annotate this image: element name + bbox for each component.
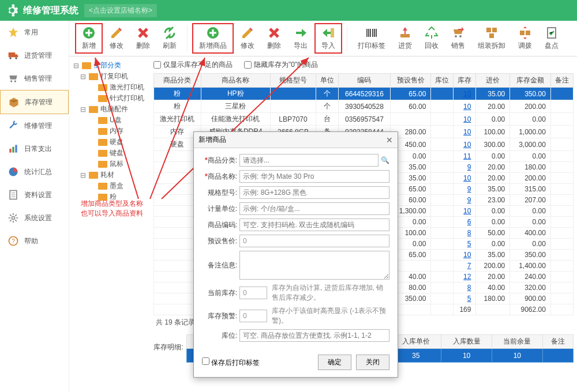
table-row[interactable]: 激光打印机佳能激光打印机LBP7070台0356957547100.000.00 (154, 113, 574, 126)
stockin-button[interactable]: 进货 (392, 23, 418, 54)
shop-name-button[interactable]: <点击设置店铺名称> (84, 4, 157, 17)
sidebar-item-common[interactable]: 常用 (0, 21, 69, 44)
tree-node[interactable]: ⊟耗材 (73, 169, 147, 180)
spec-field[interactable] (239, 186, 389, 199)
sidebar-item-settings[interactable]: 系统设置 (0, 206, 69, 229)
tree-node[interactable]: 硬盘 (73, 137, 147, 148)
sidebar-item-sales[interactable]: 销售管理 (0, 67, 69, 90)
tree-node[interactable]: ⊟电脑配件 (73, 104, 147, 115)
sidebar-item-data[interactable]: 资料设置 (0, 183, 69, 206)
check-button[interactable]: 盘点 (539, 23, 564, 54)
price-field[interactable] (239, 235, 389, 247)
add-product-button[interactable]: 新增商品 (192, 23, 234, 54)
stock-link[interactable]: 10 (463, 251, 471, 259)
stock-link[interactable]: 11 (463, 152, 471, 160)
transfer-button[interactable]: 调拨 (512, 23, 538, 54)
collapse-icon[interactable]: ⊟ (80, 73, 87, 81)
stock-link[interactable]: 10 (463, 115, 471, 123)
close-icon[interactable]: ✕ (386, 135, 393, 145)
col-header[interactable]: 单位 (316, 74, 339, 88)
stock-link[interactable]: 7 (467, 262, 471, 270)
tree-node[interactable]: 墨盒 (73, 180, 147, 191)
filter-lowstock[interactable]: 仅显示库存不足的商品 (153, 60, 233, 70)
search-icon[interactable]: 🔍 (381, 156, 389, 164)
col-header[interactable]: 商品分类 (154, 74, 201, 88)
stock-link[interactable]: 9 (467, 163, 471, 171)
svg-rect-5 (12, 147, 14, 153)
stock-link[interactable]: 10 (463, 103, 471, 111)
stock-link[interactable]: 6 (467, 218, 471, 226)
cancel-button[interactable]: 关闭 (356, 355, 389, 370)
stock-link[interactable]: 8 (467, 229, 471, 237)
sale-button[interactable]: 销售 (445, 23, 471, 54)
shelf-in-icon (398, 26, 412, 40)
name-field[interactable] (239, 170, 389, 183)
col-header[interactable]: 预设售价 (390, 74, 431, 88)
export-button[interactable]: 导出 (288, 23, 313, 54)
tree-node[interactable]: ⊟打复印机 (73, 71, 147, 82)
tree-node[interactable]: 激光打印机 (73, 82, 147, 93)
import-button[interactable]: 导入 (314, 23, 342, 54)
ok-button[interactable]: 确定 (318, 355, 351, 370)
tree-node[interactable]: 键盘 (73, 148, 147, 159)
add-category-button[interactable]: 新增 (75, 23, 103, 54)
stock-link[interactable]: 10 (463, 207, 471, 215)
stock-link[interactable]: 10 (463, 128, 471, 136)
col-header[interactable]: 库存 (454, 74, 476, 88)
sidebar-item-help[interactable]: ?帮助 (0, 229, 69, 252)
stock-link[interactable]: 10 (463, 90, 471, 98)
collapse-icon[interactable]: ⊟ (80, 171, 87, 179)
sidebar-item-repair[interactable]: 维修管理 (0, 114, 69, 137)
collapse-icon[interactable]: ⊟ (73, 62, 80, 70)
collapse-icon[interactable]: ⊟ (80, 105, 87, 114)
chart-icon (7, 143, 20, 154)
tree-root[interactable]: ⊟全部分类 (73, 60, 147, 71)
assemble-button[interactable]: 组装拆卸 (472, 23, 511, 54)
tree-node[interactable]: 内存 (73, 126, 147, 137)
svg-rect-4 (9, 149, 11, 153)
stock-link[interactable]: 9 (467, 185, 471, 193)
col-header[interactable]: 进价 (476, 74, 510, 88)
sidebar-item-stats[interactable]: 统计汇总 (0, 160, 69, 183)
stock-link[interactable]: 12 (463, 273, 471, 281)
col-header[interactable]: 编码 (339, 74, 391, 88)
code-field[interactable] (239, 218, 389, 231)
sidebar-item-purchase[interactable]: 进货管理 (0, 44, 69, 67)
tree-node[interactable]: 针式打印机 (73, 93, 147, 104)
recycle-button[interactable]: 回收 (419, 23, 444, 54)
col-header[interactable]: 备注 (550, 74, 573, 88)
save-print-checkbox[interactable]: 保存后打印标签 (202, 357, 260, 368)
stock-link[interactable]: 9 (467, 196, 471, 204)
sidebar-item-expense[interactable]: 日常支出 (0, 137, 69, 160)
table-row[interactable]: 粉三星粉个393054052860.001020.00200.00 (154, 100, 574, 113)
pie-icon (7, 166, 20, 178)
print-label-button[interactable]: 打印标签 (352, 23, 391, 54)
memo-field[interactable] (239, 251, 389, 280)
unit-field[interactable] (239, 202, 389, 215)
delete-category-button[interactable]: 删除 (130, 23, 156, 54)
filter-hidezero[interactable]: 隐藏库存为"0"的商品 (244, 60, 318, 70)
location-field[interactable] (239, 329, 389, 342)
col-header[interactable]: 规格型号 (270, 74, 316, 88)
delete-product-button[interactable]: 删除 (261, 23, 287, 54)
barcode-icon (365, 26, 379, 40)
stock-link[interactable]: 8 (467, 284, 471, 292)
tree-node[interactable]: U盘 (73, 115, 147, 126)
col-header[interactable]: 库位 (431, 74, 454, 88)
col-header[interactable]: 库存金额 (510, 74, 551, 88)
tree-node[interactable]: 鼠标 (73, 159, 147, 169)
category-select[interactable] (239, 154, 379, 167)
edit-category-button[interactable]: 修改 (104, 23, 129, 54)
edit-product-button[interactable]: 修改 (235, 23, 260, 54)
sidebar-item-inventory[interactable]: 库存管理 (0, 90, 69, 114)
stock-link[interactable]: 5 (467, 295, 471, 303)
col-header[interactable]: 商品名称 (201, 74, 270, 88)
stock-link[interactable]: 10 (463, 174, 471, 182)
table-row[interactable]: 粉HP粉个664452931665.001035.00350.00 (154, 88, 574, 100)
transfer-icon (518, 26, 532, 40)
folder-icon (98, 84, 107, 91)
stock-link[interactable]: 5 (467, 240, 471, 248)
stock-link[interactable]: 10 (463, 141, 471, 149)
refresh-button[interactable]: 刷新 (157, 23, 182, 54)
warn-field[interactable] (239, 310, 267, 322)
